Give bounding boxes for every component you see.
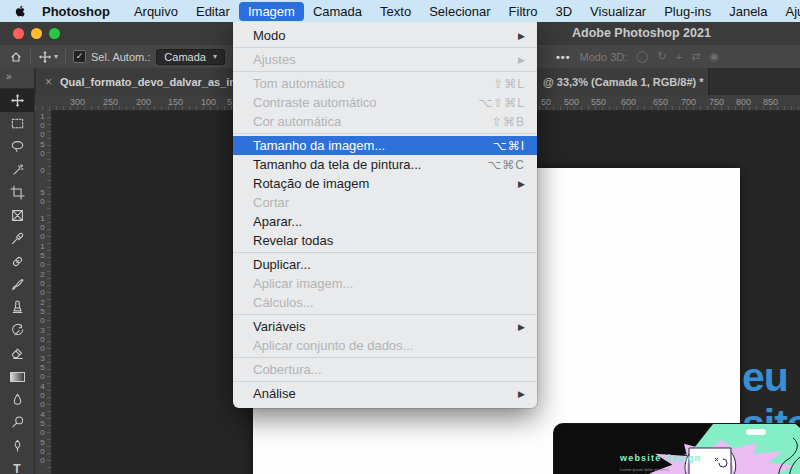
collapse-palette-button[interactable]: » [0, 68, 34, 89]
menu-item[interactable]: Duplicar... [233, 255, 537, 274]
menu-item[interactable]: Rotação de imagem ▶ [233, 174, 537, 193]
squiggle-illustration-icon [767, 432, 800, 474]
macos-menubar: PhotoshopArquivoEditarImagemCamadaTextoS… [0, 0, 800, 22]
tool-palette: » [0, 68, 35, 474]
vertical-ruler: 10050050100150200250300350400450500 [34, 110, 52, 474]
menubar-item[interactable]: Imagem [239, 2, 304, 21]
menu-item[interactable]: Análise ▶ [233, 384, 537, 403]
document-tab-filename: Qual_formato_devo_dalvar_as_ima [60, 76, 245, 88]
apple-menu-icon[interactable] [14, 4, 27, 19]
clone-stamp-tool[interactable] [0, 296, 34, 319]
menu-item: Cobertura... [233, 360, 537, 379]
dodge-tool[interactable] [0, 411, 34, 434]
menu-item[interactable]: Tamanho da tela de pintura... ⌥⌘C [233, 155, 537, 174]
ruler-number: 300 [70, 97, 85, 107]
ruler-number: 0 [37, 166, 47, 175]
mockup-hero-section: website design Lorem ipsum dolor sit ame… [554, 424, 800, 474]
menu-separator [233, 381, 537, 382]
menubar-item[interactable]: Plug-ins [655, 2, 720, 21]
brush-tool[interactable] [0, 273, 34, 296]
menubar-item[interactable]: Visualizar [581, 2, 655, 21]
menu-separator [233, 47, 537, 48]
menu-item: Aplicar imagem... [233, 274, 537, 293]
gradient-tool[interactable] [0, 365, 34, 388]
mockup-hero-subtext: Lorem ipsum dolor sit amet, consectetur … [620, 467, 669, 474]
menubar-item[interactable]: Texto [371, 2, 420, 21]
ruler-number: 100 [37, 214, 47, 241]
menu-item: Ajustes ▶ [233, 50, 537, 69]
menubar-item[interactable]: Ajuda [776, 2, 800, 21]
menu-item[interactable]: Aparar... [233, 212, 537, 231]
marquee-tool[interactable] [0, 112, 34, 135]
ruler-number: 700 [681, 97, 696, 107]
frame-tool[interactable] [0, 204, 34, 227]
more-options-button[interactable]: ••• [556, 51, 571, 63]
divider [30, 49, 31, 64]
menubar-item[interactable]: Selecionar [420, 2, 499, 21]
close-tab-icon[interactable]: × [36, 75, 60, 89]
magic-wand-tool[interactable] [0, 158, 34, 181]
ruler-number: 150 [168, 97, 183, 107]
ruler-number: 150 [37, 242, 47, 269]
pen-tool[interactable] [0, 434, 34, 457]
ruler-number: 350 [37, 354, 47, 381]
zoom-window-button[interactable] [49, 28, 60, 39]
home-icon[interactable] [9, 50, 23, 64]
mockup-hero-title: website design [620, 453, 701, 463]
menu-item: Tom automático ⇧⌘L [233, 74, 537, 93]
lasso-tool[interactable] [0, 135, 34, 158]
blur-tool[interactable] [0, 388, 34, 411]
ruler-number: 500 [564, 97, 579, 107]
website-mockup-image: website design Lorem ipsum dolor sit ame… [554, 424, 800, 474]
eyedropper-tool[interactable] [0, 227, 34, 250]
type-tool[interactable]: T [0, 457, 34, 474]
menubar-item[interactable]: 3D [546, 2, 581, 21]
ruler-number: 50 [541, 97, 551, 107]
mode-3d-icon: ◉ [709, 50, 719, 63]
crop-tool[interactable] [0, 181, 34, 204]
eraser-tool[interactable] [0, 342, 34, 365]
menu-item[interactable]: Revelar todas [233, 231, 537, 250]
menubar-item[interactable]: Filtro [500, 2, 547, 21]
move-tool-preset-icon[interactable] [38, 50, 52, 64]
chevron-down-icon[interactable]: ▾ [54, 52, 58, 61]
menubar-item[interactable]: Camada [304, 2, 371, 21]
auto-select-label: Sel. Autom.: [91, 51, 150, 63]
menu-item: Cálculos... [233, 293, 537, 312]
healing-brush-tool[interactable] [0, 250, 34, 273]
menubar-item[interactable]: Arquivo [125, 2, 187, 21]
ruler-number: 200 [136, 97, 151, 107]
divider [65, 49, 66, 64]
move-tool[interactable] [0, 89, 34, 112]
ruler-number: 250 [103, 97, 118, 107]
ruler-number: 5 [227, 97, 232, 107]
imagem-dropdown-menu: Modo ▶ Ajustes ▶ Tom automático ⇧⌘L Cont… [233, 22, 537, 408]
menu-separator [233, 133, 537, 134]
menu-item: Cortar [233, 193, 537, 212]
menu-item: Cor automática ⇧⌘B [233, 112, 537, 131]
ruler-number: 600 [621, 97, 636, 107]
menubar-item[interactable]: Editar [187, 2, 239, 21]
menu-item[interactable]: Modo ▶ [233, 26, 537, 45]
auto-select-dropdown[interactable]: Camada ▾ [156, 49, 225, 65]
menubar-item[interactable]: Photoshop [33, 2, 119, 21]
ruler-number: 100 [37, 112, 47, 139]
window-title: Adobe Photoshop 2021 [572, 26, 711, 40]
ruler-number: 850 [763, 97, 778, 107]
ruler-number: 300 [37, 326, 47, 353]
menu-item[interactable]: Tamanho da imagem... ⌥⌘I [233, 136, 537, 155]
history-brush-tool[interactable] [0, 319, 34, 342]
mode-3d-icon: ↻ [658, 50, 667, 63]
auto-select-checkbox[interactable]: ✓ [73, 50, 86, 63]
options-bar-right: ••• Modo 3D: ◯↻+⇄◉ [556, 45, 719, 68]
ruler-number: 100 [201, 97, 216, 107]
menubar-item[interactable]: Janela [720, 2, 776, 21]
minimize-window-button[interactable] [31, 28, 42, 39]
document-tab-status: @ 33,3% (Camada 1, RGB/8#) * [543, 76, 704, 88]
ruler-number: 650 [653, 97, 668, 107]
close-window-button[interactable] [13, 28, 24, 39]
ruler-number: 200 [37, 270, 47, 297]
mode-3d-icon: ◯ [636, 50, 648, 63]
menu-item[interactable]: Variáveis ▶ [233, 317, 537, 336]
mockup-nav-pill [746, 429, 766, 435]
